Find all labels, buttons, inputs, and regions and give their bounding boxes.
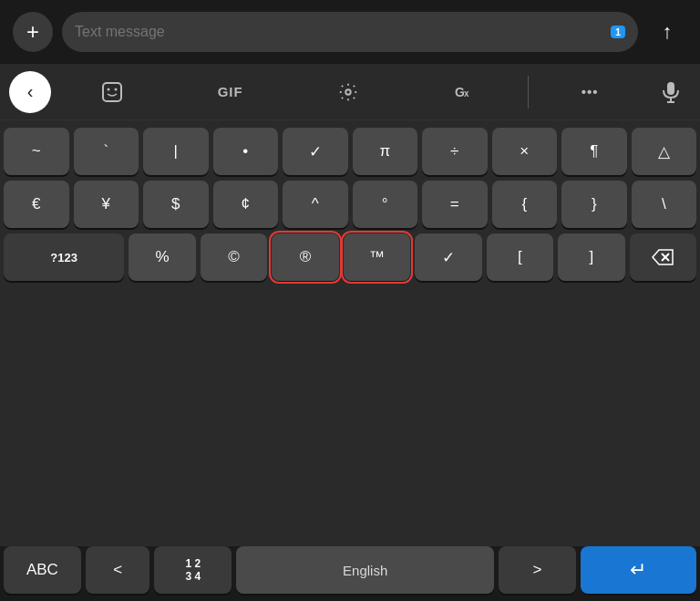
key-equals[interactable]: = — [422, 181, 488, 228]
key-cent[interactable]: ¢ — [213, 181, 279, 228]
text-input-wrapper: 1 — [62, 12, 638, 52]
key-row-2: € ¥ $ ¢ ^ ° = { } \ — [4, 181, 696, 228]
key-euro[interactable]: € — [4, 181, 69, 228]
sticker-button[interactable] — [55, 72, 170, 112]
gif-button[interactable]: GIF — [173, 72, 288, 112]
svg-point-1 — [107, 88, 109, 90]
key-copyright[interactable]: © — [201, 233, 267, 281]
key-trademark[interactable]: ™ — [344, 233, 410, 281]
svg-text:x: x — [464, 88, 470, 98]
key-percent[interactable]: % — [129, 233, 195, 281]
keyboard: ~ ` | • ✓ π ÷ × ¶ △ € ¥ $ ¢ ^ ° = { } \ … — [0, 120, 700, 546]
key-?123[interactable]: ?123 — [4, 233, 124, 281]
key-checkmark[interactable]: ✓ — [415, 233, 481, 281]
key-greater[interactable]: > — [499, 546, 576, 594]
key-backslash[interactable]: \ — [632, 181, 697, 228]
badge: 1 — [611, 26, 625, 38]
more-icon: ••• — [582, 84, 599, 99]
key-less[interactable]: < — [86, 546, 150, 594]
key-pilcrow[interactable]: ¶ — [561, 128, 627, 175]
translate-button[interactable]: G x — [409, 72, 524, 112]
back-icon: ‹ — [27, 81, 34, 102]
key-registered[interactable]: ® — [272, 233, 338, 281]
mic-icon — [662, 81, 680, 103]
key-abc[interactable]: ABC — [4, 546, 81, 594]
key-row-3: ?123 % © ® ™ ✓ [ ] — [4, 233, 696, 281]
key-multiply[interactable]: × — [492, 128, 558, 175]
sticker-icon — [101, 81, 123, 103]
key-divide[interactable]: ÷ — [422, 128, 488, 175]
bottom-row: ABC < 1 23 4 English > ↵ — [0, 546, 700, 601]
key-caret[interactable]: ^ — [283, 181, 348, 228]
key-pipe[interactable]: | — [143, 128, 209, 175]
svg-rect-0 — [103, 83, 121, 101]
settings-icon — [338, 82, 358, 102]
toolbar-divider — [528, 76, 529, 109]
mic-button[interactable] — [651, 72, 691, 112]
key-lbrace[interactable]: { — [492, 181, 558, 228]
key-tilde[interactable]: ~ — [4, 128, 69, 175]
key-yen[interactable]: ¥ — [74, 181, 139, 228]
settings-button[interactable] — [292, 72, 407, 112]
send-button[interactable]: ↑ — [647, 12, 687, 52]
key-lbracket[interactable]: [ — [487, 233, 553, 281]
key-enter[interactable]: ↵ — [581, 546, 696, 594]
key-backtick[interactable]: ` — [74, 128, 139, 175]
toolbar-row: ‹ GIF G x ••• — [0, 64, 700, 120]
add-button[interactable]: + — [13, 12, 53, 52]
text-input[interactable] — [75, 24, 605, 40]
message-bar: + 1 ↑ — [0, 0, 700, 64]
key-row-1: ~ ` | • ✓ π ÷ × ¶ △ — [4, 128, 696, 175]
key-numbers[interactable]: 1 23 4 — [154, 546, 232, 594]
key-space[interactable]: English — [236, 546, 494, 594]
key-degree[interactable]: ° — [353, 181, 418, 228]
translate-icon: G x — [455, 82, 479, 102]
svg-point-3 — [346, 89, 352, 95]
key-triangle[interactable]: △ — [632, 128, 697, 175]
more-button[interactable]: ••• — [532, 72, 647, 112]
key-rbracket[interactable]: ] — [558, 233, 624, 281]
key-check[interactable]: ✓ — [283, 128, 348, 175]
back-button[interactable]: ‹ — [9, 71, 51, 113]
key-dollar[interactable]: $ — [143, 181, 209, 228]
key-bullet[interactable]: • — [213, 128, 279, 175]
backspace-icon — [652, 249, 674, 265]
key-pi[interactable]: π — [353, 128, 418, 175]
gif-label: GIF — [218, 84, 243, 99]
key-backspace[interactable] — [630, 233, 696, 281]
key-rbrace[interactable]: } — [561, 181, 627, 228]
svg-rect-6 — [667, 82, 674, 95]
svg-point-2 — [114, 88, 117, 90]
